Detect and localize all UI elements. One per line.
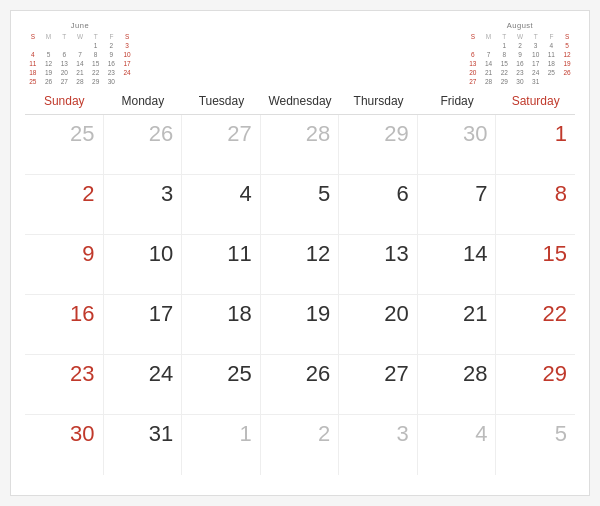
day-cell[interactable]: 2 [261,415,340,475]
day-cell[interactable]: 8 [496,175,575,234]
day-cell[interactable]: 6 [339,175,418,234]
day-cell[interactable]: 27 [339,355,418,414]
day-cell[interactable]: 22 [496,295,575,354]
day-cell[interactable]: 29 [339,115,418,174]
day-cell[interactable]: 9 [25,235,104,294]
mini-calendar-june: June SMTWTFS 123456789101112131415161718… [25,21,135,86]
day-cell[interactable]: 25 [182,355,261,414]
day-cell[interactable]: 5 [261,175,340,234]
day-header-tuesday: Tuesday [182,92,261,110]
week-row-1: 2345678 [25,175,575,235]
day-cell[interactable]: 28 [418,355,497,414]
day-cell[interactable]: 26 [104,115,183,174]
day-cell[interactable]: 4 [418,415,497,475]
day-cell[interactable]: 30 [418,115,497,174]
day-cell[interactable]: 1 [182,415,261,475]
day-cell[interactable]: 15 [496,235,575,294]
week-row-5: 303112345 [25,415,575,475]
day-cell[interactable]: 13 [339,235,418,294]
weeks-grid: 2526272829301234567891011121314151617181… [25,115,575,475]
mini-june-title: June [25,21,135,30]
day-cell[interactable]: 4 [182,175,261,234]
day-cell[interactable]: 16 [25,295,104,354]
day-cell[interactable]: 28 [261,115,340,174]
day-cell[interactable]: 3 [339,415,418,475]
mini-calendars-row: June SMTWTFS 123456789101112131415161718… [25,21,575,86]
week-row-2: 9101112131415 [25,235,575,295]
day-cell[interactable]: 1 [496,115,575,174]
day-header-monday: Monday [104,92,183,110]
day-cell[interactable]: 25 [25,115,104,174]
day-cell[interactable]: 21 [418,295,497,354]
day-header-sunday: Sunday [25,92,104,110]
calendar: June SMTWTFS 123456789101112131415161718… [10,10,590,496]
week-row-4: 23242526272829 [25,355,575,415]
week-row-3: 16171819202122 [25,295,575,355]
day-cell[interactable]: 19 [261,295,340,354]
day-header-wednesday: Wednesday [261,92,340,110]
day-cell[interactable]: 14 [418,235,497,294]
day-cell[interactable]: 18 [182,295,261,354]
day-cell[interactable]: 26 [261,355,340,414]
day-header-thursday: Thursday [339,92,418,110]
day-cell[interactable]: 17 [104,295,183,354]
day-cell[interactable]: 3 [104,175,183,234]
mini-august-title: August [465,21,575,30]
day-cell[interactable]: 10 [104,235,183,294]
day-headers: SundayMondayTuesdayWednesdayThursdayFrid… [25,92,575,115]
day-cell[interactable]: 24 [104,355,183,414]
day-cell[interactable]: 2 [25,175,104,234]
day-cell[interactable]: 11 [182,235,261,294]
day-cell[interactable]: 12 [261,235,340,294]
day-cell[interactable]: 23 [25,355,104,414]
mini-calendar-august: August SMTWTFS 1234567891011121314151617… [465,21,575,86]
day-cell[interactable]: 20 [339,295,418,354]
day-cell[interactable]: 5 [496,415,575,475]
day-cell[interactable]: 29 [496,355,575,414]
day-header-friday: Friday [418,92,497,110]
week-row-0: 2526272829301 [25,115,575,175]
day-cell[interactable]: 30 [25,415,104,475]
day-cell[interactable]: 31 [104,415,183,475]
day-cell[interactable]: 27 [182,115,261,174]
day-header-saturday: Saturday [496,92,575,110]
day-cell[interactable]: 7 [418,175,497,234]
